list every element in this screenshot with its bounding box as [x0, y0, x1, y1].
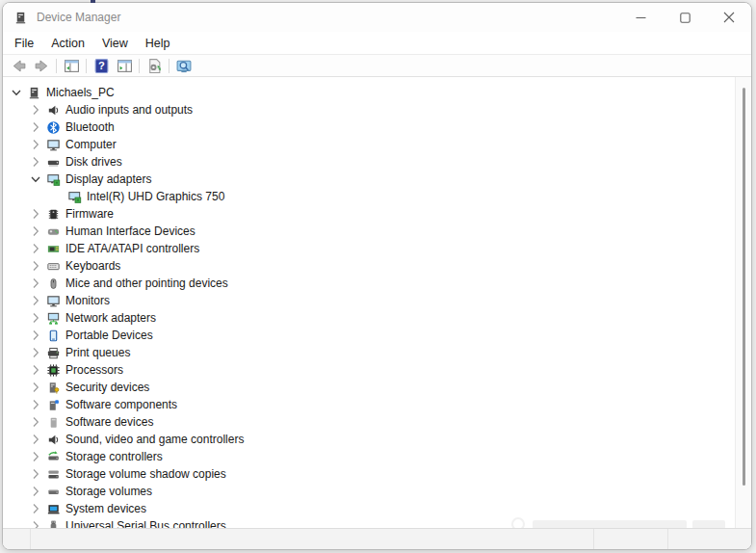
chevron-right-icon[interactable]: [28, 206, 43, 222]
chevron-right-icon[interactable]: [28, 102, 43, 118]
tree-item-computer[interactable]: Computer: [3, 136, 735, 153]
tree-item-intel-uhd-graphics-750[interactable]: Intel(R) UHD Graphics 750: [3, 188, 735, 205]
chevron-placeholder: [49, 189, 65, 204]
tree-item-label: Sound, video and game controllers: [65, 433, 244, 446]
toolbar-separator: [86, 59, 87, 73]
chevron-right-icon[interactable]: [28, 119, 43, 135]
chevron-right-icon[interactable]: [28, 276, 43, 291]
scrollbar-thumb[interactable]: [743, 88, 745, 486]
chevron-right-icon[interactable]: [28, 518, 43, 528]
monitor-icon: [45, 137, 61, 152]
show-console-tree-button[interactable]: [60, 56, 83, 76]
keyboard-icon: [45, 258, 61, 274]
chevron-right-icon[interactable]: [28, 449, 43, 464]
minimize-button[interactable]: [618, 3, 663, 32]
close-button[interactable]: [707, 3, 751, 32]
storage-volume-icon: [45, 484, 61, 499]
chevron-right-icon[interactable]: [28, 414, 43, 430]
tree-item-label: Storage controllers: [65, 450, 163, 463]
tree-item-mice-and-other-pointing-devices[interactable]: Mice and other pointing devices: [3, 275, 735, 292]
chevron-right-icon[interactable]: [28, 345, 43, 360]
tree-item-ide-ata-atapi-controllers[interactable]: IDE ATA/ATAPI controllers: [3, 240, 735, 257]
tree-item-sound-video-and-game-controllers[interactable]: Sound, video and game controllers: [3, 431, 735, 448]
show-action-pane-button[interactable]: [113, 56, 136, 76]
chevron-down-icon[interactable]: [9, 85, 24, 100]
tree-item-label: Security devices: [65, 381, 149, 394]
chevron-right-icon[interactable]: [28, 310, 43, 326]
back-button[interactable]: [7, 56, 30, 76]
tree-item-print-queues[interactable]: Print queues: [3, 344, 735, 361]
chevron-right-icon[interactable]: [28, 432, 43, 447]
chevron-right-icon[interactable]: [28, 397, 43, 412]
vertical-scrollbar[interactable]: [735, 77, 751, 528]
tree-item-human-interface-devices[interactable]: Human Interface Devices: [3, 223, 735, 240]
tree-item-label: Print queues: [65, 346, 130, 359]
tree-item-label: Monitors: [65, 294, 110, 307]
tree-item-label: Display adapters: [65, 172, 151, 186]
software-device-icon: [45, 414, 61, 430]
system-device-icon: [45, 501, 61, 516]
tree-item-firmware[interactable]: Firmware: [3, 205, 735, 223]
search-devices-button[interactable]: [172, 56, 196, 76]
chevron-down-icon[interactable]: [28, 171, 43, 187]
menu-view[interactable]: View: [93, 34, 137, 53]
chevron-right-icon[interactable]: [28, 484, 43, 499]
titlebar[interactable]: Device Manager: [3, 3, 751, 32]
tree-item-network-adapters[interactable]: Network adapters: [3, 309, 735, 327]
search-computer-icon: [175, 58, 193, 74]
tree-item-bluetooth[interactable]: Bluetooth: [3, 118, 735, 136]
tree-item-label: Storage volumes: [65, 485, 152, 498]
chevron-right-icon[interactable]: [28, 224, 43, 239]
menu-file[interactable]: File: [6, 34, 42, 53]
tree-item-label: System devices: [65, 502, 146, 515]
usb-icon: [45, 518, 61, 528]
tree-item-portable-devices[interactable]: Portable Devices: [3, 327, 735, 344]
tree-item-security-devices[interactable]: Security devices: [3, 379, 735, 396]
help-button[interactable]: [90, 56, 113, 76]
chevron-right-icon[interactable]: [28, 293, 43, 308]
chevron-right-icon[interactable]: [28, 466, 43, 482]
tree-item-software-devices[interactable]: Software devices: [3, 413, 735, 431]
tree-item-label: Software components: [65, 398, 177, 411]
tree-item-storage-volume-shadow-copies[interactable]: Storage volume shadow copies: [3, 465, 735, 483]
window-title: Device Manager: [37, 11, 120, 24]
statusbar-separator: [593, 529, 594, 549]
menu-action[interactable]: Action: [42, 34, 93, 53]
tree-item-storage-controllers[interactable]: Storage controllers: [3, 448, 735, 465]
scan-hardware-changes-button[interactable]: [143, 56, 166, 76]
chevron-right-icon[interactable]: [28, 328, 43, 343]
console-tree-icon: [64, 58, 80, 74]
tree-item-label: Intel(R) UHD Graphics 750: [87, 190, 224, 203]
tree-item-display-adapters[interactable]: Display adapters: [3, 171, 735, 188]
tree-item-software-components[interactable]: Software components: [3, 396, 735, 413]
gamepad-icon: [45, 224, 61, 239]
storage-controller-icon: [45, 449, 61, 464]
speaker-icon: [45, 102, 61, 118]
tree-item-disk-drives[interactable]: Disk drives: [3, 153, 735, 171]
tree-item-audio-inputs-and-outputs[interactable]: Audio inputs and outputs: [3, 101, 735, 118]
forward-button[interactable]: [30, 56, 53, 76]
chevron-right-icon[interactable]: [28, 501, 43, 516]
maximize-button[interactable]: [663, 3, 707, 32]
tree-item-processors[interactable]: Processors: [3, 361, 735, 379]
menu-help[interactable]: Help: [137, 34, 179, 53]
chevron-right-icon[interactable]: [28, 258, 43, 274]
tree-item-michaels-pc[interactable]: Michaels_PC: [3, 84, 735, 101]
tree-item-keyboards[interactable]: Keyboards: [3, 257, 735, 275]
speaker-icon: [45, 432, 61, 447]
tree-item-label: Processors: [65, 363, 123, 377]
chevron-right-icon[interactable]: [28, 154, 43, 170]
controller-board-icon: [45, 241, 61, 256]
tree-item-label: IDE ATA/ATAPI controllers: [65, 242, 199, 255]
chevron-right-icon[interactable]: [28, 380, 43, 395]
tree-item-monitors[interactable]: Monitors: [3, 292, 735, 309]
cpu-icon: [45, 362, 61, 378]
chevron-right-icon[interactable]: [28, 362, 43, 378]
tree-item-storage-volumes[interactable]: Storage volumes: [3, 483, 735, 500]
chevron-right-icon[interactable]: [28, 241, 43, 256]
printer-icon: [45, 345, 61, 360]
toolbar-separator: [169, 59, 169, 73]
help-icon: [93, 58, 110, 74]
chevron-right-icon[interactable]: [28, 137, 43, 152]
tree-item-label: Audio inputs and outputs: [65, 103, 193, 117]
